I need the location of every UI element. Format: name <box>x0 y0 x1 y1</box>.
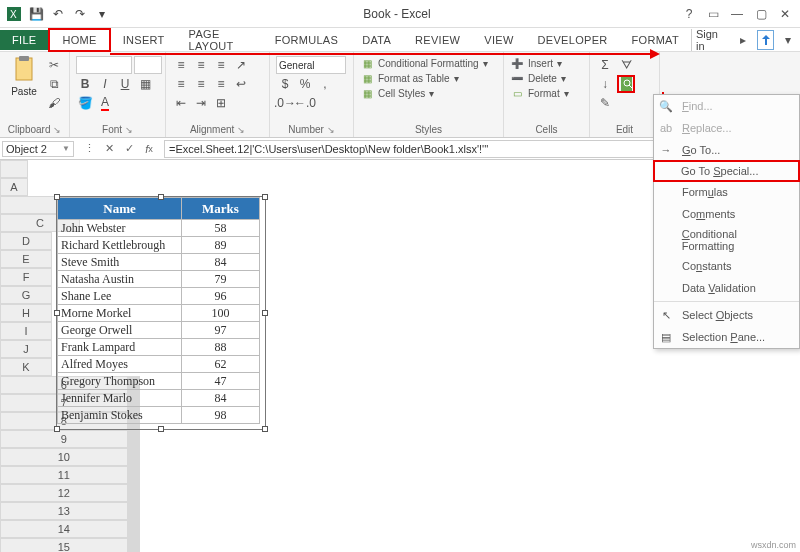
decrease-indent-icon[interactable]: ⇤ <box>172 94 190 112</box>
fill-icon[interactable]: ↓ <box>596 75 614 93</box>
enter-formula-icon[interactable]: ✓ <box>120 140 138 158</box>
orientation-icon[interactable]: ↗ <box>232 56 250 74</box>
row-header[interactable]: 11 <box>0 466 128 484</box>
align-center-icon[interactable]: ≡ <box>192 75 210 93</box>
comma-icon[interactable]: , <box>316 75 334 93</box>
col-header[interactable]: A <box>0 178 28 196</box>
fx-icon[interactable]: fx <box>140 140 158 158</box>
menu-constants[interactable]: Constants <box>654 255 799 277</box>
menu-find[interactable]: 🔍Find... <box>654 95 799 117</box>
align-right-icon[interactable]: ≡ <box>212 75 230 93</box>
embedded-object-frame[interactable]: NameMarks John Webster58Richard Kettlebr… <box>56 196 266 430</box>
minimize-icon[interactable]: — <box>726 3 748 25</box>
redo-icon[interactable]: ↷ <box>70 4 90 24</box>
chevron-right-icon[interactable]: ▸ <box>735 31 751 49</box>
tab-view[interactable]: VIEW <box>472 30 525 50</box>
cut-icon[interactable]: ✂ <box>45 56 63 74</box>
row-header[interactable]: 10 <box>0 448 128 466</box>
name-box[interactable]: Object 2▼ <box>2 141 74 157</box>
cell-styles-button[interactable]: ▦Cell Styles ▾ <box>360 86 434 100</box>
menu-comments[interactable]: Comments <box>654 203 799 225</box>
menu-formulas[interactable]: Formulas <box>654 181 799 203</box>
sort-filter-icon[interactable]: ᗊ <box>617 56 635 74</box>
row-header[interactable]: 13 <box>0 502 128 520</box>
font-name-box[interactable] <box>76 56 132 74</box>
merge-icon[interactable]: ⊞ <box>212 94 230 112</box>
tab-file[interactable]: FILE <box>0 30 48 50</box>
increase-indent-icon[interactable]: ⇥ <box>192 94 210 112</box>
underline-icon[interactable]: U <box>116 75 134 93</box>
help-icon[interactable]: ? <box>678 3 700 25</box>
tab-insert[interactable]: INSERT <box>111 30 177 50</box>
close-icon[interactable]: ✕ <box>774 3 796 25</box>
select-all-corner[interactable] <box>0 160 28 178</box>
fill-color-icon[interactable]: 🪣 <box>76 94 94 112</box>
autosum-icon[interactable]: Σ <box>596 56 614 74</box>
menu-select-objects[interactable]: ↖Select Objects <box>654 304 799 326</box>
chevron-down-icon[interactable]: ▾ <box>780 31 796 49</box>
col-header[interactable]: J <box>0 340 52 358</box>
col-header[interactable]: E <box>0 250 52 268</box>
menu-data-validation[interactable]: Data Validation <box>654 277 799 299</box>
format-cells-button[interactable]: ▭Format ▾ <box>510 86 569 100</box>
col-header[interactable]: D <box>0 232 52 250</box>
decrease-decimal-icon[interactable]: ←.0 <box>296 94 314 112</box>
tab-format[interactable]: FORMAT <box>620 30 691 50</box>
col-header[interactable]: F <box>0 268 52 286</box>
row-header[interactable]: 15 <box>0 538 128 552</box>
share-button[interactable] <box>757 30 775 50</box>
format-as-table-button[interactable]: ▦Format as Table ▾ <box>360 71 459 85</box>
italic-icon[interactable]: I <box>96 75 114 93</box>
copy-icon[interactable]: ⧉ <box>45 75 63 93</box>
increase-decimal-icon[interactable]: .0→ <box>276 94 294 112</box>
align-left-icon[interactable]: ≡ <box>172 75 190 93</box>
col-header[interactable]: H <box>0 304 52 322</box>
menu-goto[interactable]: →Go To... <box>654 139 799 161</box>
font-size-box[interactable] <box>134 56 162 74</box>
font-color-icon[interactable]: A <box>96 94 114 112</box>
menu-goto-special[interactable]: Go To Special... <box>653 160 800 182</box>
find-select-button[interactable] <box>617 75 635 93</box>
resize-handle[interactable] <box>262 310 268 316</box>
align-bottom-icon[interactable]: ≡ <box>212 56 230 74</box>
tab-developer[interactable]: DEVELOPER <box>526 30 620 50</box>
save-icon[interactable]: 💾 <box>26 4 46 24</box>
delete-cells-button[interactable]: ➖Delete ▾ <box>510 71 566 85</box>
number-format-box[interactable]: General <box>276 56 346 74</box>
border-icon[interactable]: ▦ <box>136 75 154 93</box>
tab-home[interactable]: HOME <box>48 28 110 52</box>
qat-customize-icon[interactable]: ▾ <box>92 4 112 24</box>
percent-icon[interactable]: % <box>296 75 314 93</box>
align-middle-icon[interactable]: ≡ <box>192 56 210 74</box>
resize-handle[interactable] <box>262 426 268 432</box>
format-painter-icon[interactable]: 🖌 <box>45 94 63 112</box>
tab-review[interactable]: REVIEW <box>403 30 472 50</box>
restore-icon[interactable]: ▢ <box>750 3 772 25</box>
wrap-text-icon[interactable]: ↩ <box>232 75 250 93</box>
clear-icon[interactable]: ✎ <box>596 94 614 112</box>
menu-selection-pane[interactable]: ▤Selection Pane... <box>654 326 799 348</box>
resize-handle[interactable] <box>54 426 60 432</box>
menu-conditional-formatting[interactable]: Conditional Formatting <box>654 225 799 255</box>
resize-handle[interactable] <box>158 426 164 432</box>
col-header[interactable]: I <box>0 322 52 340</box>
paste-button[interactable]: Paste <box>6 56 42 97</box>
row-header[interactable]: 9 <box>0 430 128 448</box>
tab-formulas[interactable]: FORMULAS <box>263 30 351 50</box>
menu-replace[interactable]: abReplace... <box>654 117 799 139</box>
ribbon-options-icon[interactable]: ▭ <box>702 3 724 25</box>
resize-handle[interactable] <box>54 194 60 200</box>
conditional-formatting-button[interactable]: ▦Conditional Formatting ▾ <box>360 56 488 70</box>
undo-icon[interactable]: ↶ <box>48 4 68 24</box>
resize-handle[interactable] <box>54 310 60 316</box>
row-header[interactable]: 14 <box>0 520 128 538</box>
insert-cells-button[interactable]: ➕Insert ▾ <box>510 56 562 70</box>
sign-in-link[interactable]: Sign in <box>691 29 729 51</box>
row-header[interactable]: 12 <box>0 484 128 502</box>
tab-page-layout[interactable]: PAGE LAYOUT <box>177 24 263 56</box>
cancel-formula-icon[interactable]: ✕ <box>100 140 118 158</box>
tab-data[interactable]: DATA <box>350 30 403 50</box>
col-header[interactable]: K <box>0 358 52 376</box>
resize-handle[interactable] <box>262 194 268 200</box>
align-top-icon[interactable]: ≡ <box>172 56 190 74</box>
